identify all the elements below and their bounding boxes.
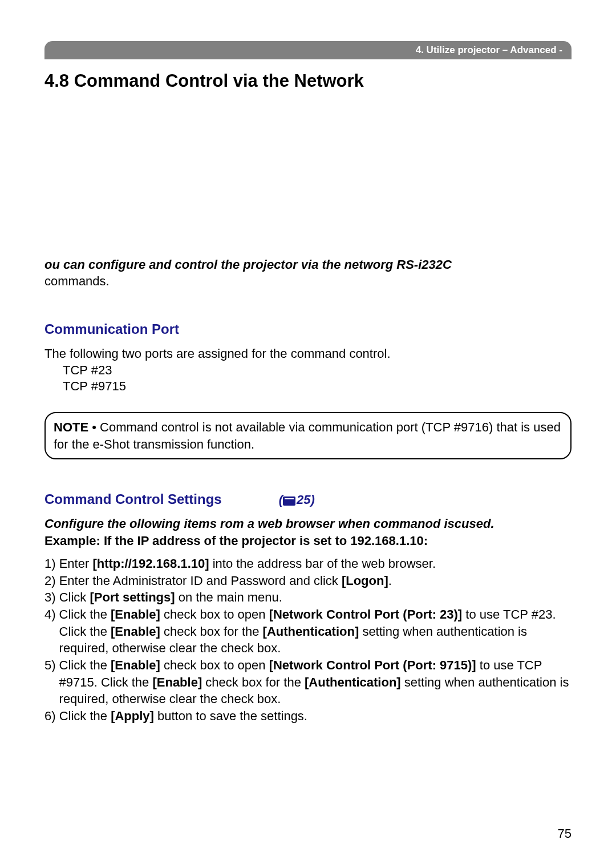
step-6: 6) Click the [Apply] button to save the … <box>44 708 572 725</box>
intro-t2: g R <box>386 257 406 272</box>
s5d: [Network Control Port (Port: 9715)] <box>269 658 476 672</box>
s2a: 2) Enter the Administrator ID and Passwo… <box>44 574 342 588</box>
steps-list: 1) Enter [http://192.168.1.10] into the … <box>44 555 572 725</box>
intro-t1: ou can configure and control the project… <box>44 257 386 272</box>
port-item: TCP #9715 <box>63 378 572 395</box>
s5h: [Authentication] <box>305 675 401 689</box>
s4f: [Enable] <box>111 624 160 639</box>
s5c: check box to open <box>160 658 269 672</box>
cfg3: rom a web browser when comm <box>220 516 411 531</box>
s5b: [Enable] <box>111 658 160 672</box>
s1c: into the address bar of the web browser. <box>209 556 436 571</box>
breadcrumb: 4. Utilize projector – Advanced - <box>416 45 562 55</box>
s4a: Click the <box>59 607 111 621</box>
intro-t4: 232C <box>422 257 452 272</box>
page-ref-num: 25 <box>297 492 310 507</box>
book-icon <box>283 496 295 506</box>
s5g: check box for the <box>202 675 305 689</box>
s4num: 4) <box>44 606 56 657</box>
command-control-settings-heading: Command Control Settings <box>44 491 222 507</box>
s6c: button to save the settings. <box>154 709 307 723</box>
s4g: check box for the <box>160 624 263 639</box>
s1a: 1) Enter <box>44 556 92 571</box>
s2b: [Logon] <box>342 574 388 588</box>
step-4: 4) Click the [Enable] check box to open … <box>44 606 572 657</box>
step-3: 3) Click [Port settings] on the main men… <box>44 589 572 606</box>
s3a: 3) Click <box>44 590 90 604</box>
settings-row: Command Control Settings (25) <box>44 491 572 507</box>
s3c: on the main menu. <box>175 590 282 604</box>
page-ref: (25) <box>279 492 315 507</box>
s1b: [http://192.168.1.10] <box>92 556 209 571</box>
example-text: Example: If the IP address of the projec… <box>44 532 572 550</box>
s4b: [Enable] <box>111 607 160 621</box>
s5f: [Enable] <box>152 675 202 689</box>
s5num: 5) <box>44 657 56 708</box>
communication-port-heading: Communication Port <box>44 321 572 337</box>
cfg2: ollowing items <box>129 516 220 531</box>
s4h: [Authentication] <box>263 624 359 639</box>
cfg4: anod is <box>411 516 455 531</box>
step-5: 5) Click the [Enable] check box to open … <box>44 657 572 708</box>
s6a: 6) Click the <box>44 709 111 723</box>
page-number: 75 <box>558 826 572 841</box>
cfg1: Configure the <box>44 516 129 531</box>
s4content: Click the [Enable] check box to open [Ne… <box>56 606 572 657</box>
s5a: Click the <box>59 658 111 672</box>
s5content: Click the [Enable] check box to open [Ne… <box>56 657 572 708</box>
intro-text: ou can configure and control the project… <box>44 257 572 289</box>
configure-text: Configure the ollowing items rom a web b… <box>44 515 572 532</box>
note-text: • Command control is not available via c… <box>54 420 561 451</box>
communication-port-desc: The following two ports are assigned for… <box>44 345 572 362</box>
page-wrapper: 4. Utilize projector – Advanced - 4.8 Co… <box>0 0 616 725</box>
cfg5: c <box>455 516 461 531</box>
section-title: 4.8 Command Control via the Network <box>44 71 572 91</box>
step-1: 1) Enter [http://192.168.1.10] into the … <box>44 555 572 572</box>
port-list: TCP #23 TCP #9715 <box>63 362 572 395</box>
step-2: 2) Enter the Administrator ID and Passwo… <box>44 572 572 590</box>
note-box: NOTE • Command control is not available … <box>44 412 572 459</box>
s4d: [Network Control Port (Port: 23)] <box>269 607 463 621</box>
intro-part1: ou can configure and control the project… <box>44 257 452 272</box>
s4c: check box to open <box>160 607 269 621</box>
intro-commands: commands. <box>44 274 110 288</box>
s2c: . <box>388 574 392 588</box>
note-label: NOTE <box>54 420 88 434</box>
s6b: [Apply] <box>111 709 154 723</box>
s3b: [Port settings] <box>90 590 175 604</box>
header-bar: 4. Utilize projector – Advanced - <box>44 41 572 59</box>
cfg6: used. <box>461 516 494 531</box>
port-item: TCP #23 <box>63 362 572 379</box>
intro-t3: S-i <box>406 257 422 272</box>
